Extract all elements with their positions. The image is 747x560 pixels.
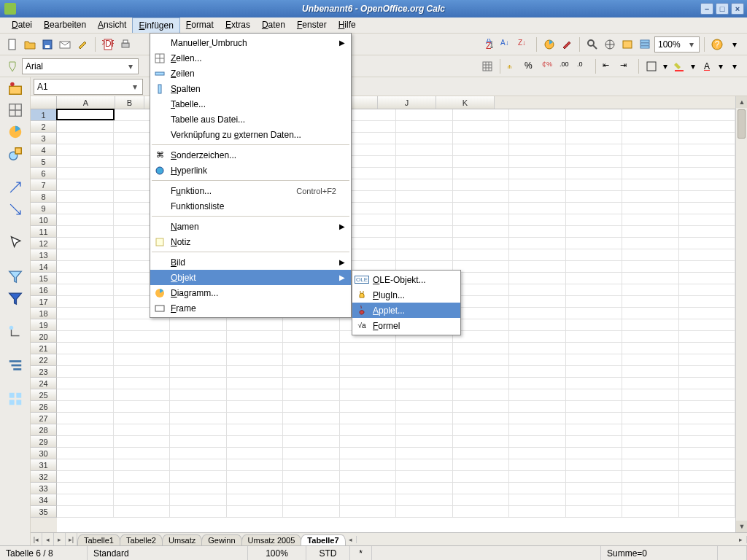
fontcolor-button[interactable]: A	[699, 58, 715, 74]
menu-item[interactable]: Funktionsliste	[150, 198, 351, 214]
chevron-down-icon[interactable]: ▾	[130, 82, 139, 92]
zoom-combo[interactable]: ▾	[654, 36, 700, 52]
row-header[interactable]: 6	[31, 168, 57, 179]
maximize-button[interactable]: □	[716, 3, 729, 15]
tab-nav-prev[interactable]: ◂	[42, 533, 54, 545]
datasources-button[interactable]	[637, 36, 653, 52]
trace-precedents-icon[interactable]	[7, 179, 23, 195]
column-header-A[interactable]: A	[57, 96, 115, 109]
menu-item[interactable]: Frame	[150, 300, 351, 316]
grid-row[interactable]	[57, 354, 735, 366]
grid-row[interactable]	[57, 366, 735, 378]
scroll-down-button[interactable]: ▼	[736, 521, 747, 532]
menu-ansicht[interactable]: Ansicht	[92, 18, 132, 33]
menu-format[interactable]: Format	[180, 18, 220, 33]
navigator-button[interactable]	[602, 36, 618, 52]
cell-address-input[interactable]	[37, 82, 130, 92]
menu-item[interactable]: Tabelle aus Datei...	[150, 112, 351, 127]
standardfilter-icon[interactable]	[7, 290, 23, 306]
menu-item[interactable]: Bild▶	[150, 254, 351, 270]
bgcolor-button[interactable]	[671, 58, 687, 74]
menu-item[interactable]: ⌘Sonderzeichen...	[150, 147, 351, 163]
grid-row[interactable]	[57, 459, 735, 471]
menu-item[interactable]: Notiz	[150, 234, 351, 249]
row-header[interactable]: 16	[31, 284, 57, 296]
export-pdf-button[interactable]: PDF	[100, 36, 116, 52]
row-header[interactable]: 29	[31, 436, 57, 448]
row-header[interactable]: 10	[31, 214, 57, 226]
rows-header[interactable]: 1234567891011121314151617181920212223242…	[31, 109, 57, 532]
sheet-tab[interactable]: Umsatz 2005	[241, 534, 302, 545]
grid-row[interactable]	[57, 494, 735, 506]
borders-button[interactable]	[643, 58, 659, 74]
sheet-tab[interactable]: Tabelle2	[120, 534, 163, 545]
row-header[interactable]: 32	[31, 471, 57, 483]
gallery-button[interactable]	[619, 36, 635, 52]
close-button[interactable]: ×	[731, 3, 744, 15]
row-header[interactable]: 11	[31, 226, 57, 238]
menu-daten[interactable]: Daten	[256, 18, 291, 33]
toolbar-options-button[interactable]: ▾	[727, 36, 743, 52]
group-icon[interactable]	[7, 324, 23, 340]
menu-item[interactable]: Zellen...	[150, 50, 351, 66]
font-name-combo[interactable]: ▾	[22, 58, 139, 74]
grid-row[interactable]	[57, 436, 735, 448]
menu-extras[interactable]: Extras	[220, 18, 256, 33]
row-header[interactable]: 22	[31, 354, 57, 366]
status-mode[interactable]: STD	[306, 546, 350, 560]
print-button[interactable]	[117, 36, 133, 52]
row-header[interactable]: 23	[31, 366, 57, 378]
save-button[interactable]	[39, 36, 55, 52]
select-all-corner[interactable]	[31, 96, 57, 109]
grid-row[interactable]	[57, 471, 735, 483]
new-button[interactable]	[4, 36, 20, 52]
menu-item[interactable]: OLEOLE-Objekt...	[352, 272, 460, 287]
insert-menu-dropdown[interactable]: Manueller Umbruch▶Zellen...ZeilenSpalten…	[150, 33, 352, 318]
row-header[interactable]: 27	[31, 413, 57, 424]
chart-button[interactable]	[541, 36, 557, 52]
grid-row[interactable]	[57, 483, 735, 494]
grid-row[interactable]	[57, 413, 735, 424]
row-header[interactable]: 7	[31, 179, 57, 191]
row-header[interactable]: 25	[31, 389, 57, 401]
grid-toggle-button[interactable]	[479, 58, 495, 74]
row-header[interactable]: 19	[31, 319, 57, 331]
autofilter-icon[interactable]	[7, 268, 23, 284]
menu-datei[interactable]: Datei	[6, 18, 38, 33]
chevron-down-icon[interactable]: ▾	[125, 61, 135, 71]
vertical-scrollbar[interactable]: ▲ ▼	[735, 96, 747, 532]
menu-item[interactable]: Manueller Umbruch▶	[150, 35, 351, 50]
cell-address-box[interactable]: ▾	[34, 79, 143, 95]
status-zoom[interactable]: 100%	[248, 546, 306, 560]
menu-item[interactable]: Diagramm...	[150, 285, 351, 300]
row-header[interactable]: 4	[31, 144, 57, 156]
row-header[interactable]: 18	[31, 308, 57, 319]
menu-item[interactable]: Applet...	[352, 303, 460, 318]
menu-bearbeiten[interactable]: Bearbeiten	[38, 18, 92, 33]
menu-item[interactable]: Namen▶	[150, 219, 351, 234]
scroll-up-button[interactable]: ▲	[736, 96, 747, 108]
style-paint-button[interactable]	[4, 58, 20, 74]
sheet-tab[interactable]: Tabelle1	[77, 534, 120, 545]
menu-item[interactable]: Zeilen	[150, 66, 351, 81]
menu-hilfe[interactable]: Hilfe	[333, 18, 362, 33]
number-std-button[interactable]: ₵%	[540, 58, 556, 74]
find-button[interactable]	[584, 36, 600, 52]
row-header[interactable]: 5	[31, 156, 57, 168]
remove-decimal-button[interactable]: .0	[575, 58, 591, 74]
row-header[interactable]: 13	[31, 249, 57, 261]
hscroll-right[interactable]: ▸	[735, 536, 747, 543]
row-header[interactable]: 1	[31, 109, 57, 121]
grid-row[interactable]	[57, 343, 735, 354]
row-header[interactable]: 34	[31, 494, 57, 506]
chart-sidebar-icon[interactable]	[7, 124, 23, 140]
grid-row[interactable]	[57, 401, 735, 413]
menu-item[interactable]: Verknüpfung zu externen Daten...	[150, 127, 351, 142]
tab-nav-next[interactable]: ▸	[54, 533, 66, 545]
row-header[interactable]: 15	[31, 273, 57, 284]
show-draw-icon[interactable]	[7, 146, 23, 162]
percent-button[interactable]: %	[522, 58, 538, 74]
increase-indent-button[interactable]: ⇥	[618, 58, 634, 74]
sheet-tab[interactable]: Gewinn	[201, 534, 241, 545]
bgcolor-dropdown[interactable]: ▾	[689, 58, 697, 74]
